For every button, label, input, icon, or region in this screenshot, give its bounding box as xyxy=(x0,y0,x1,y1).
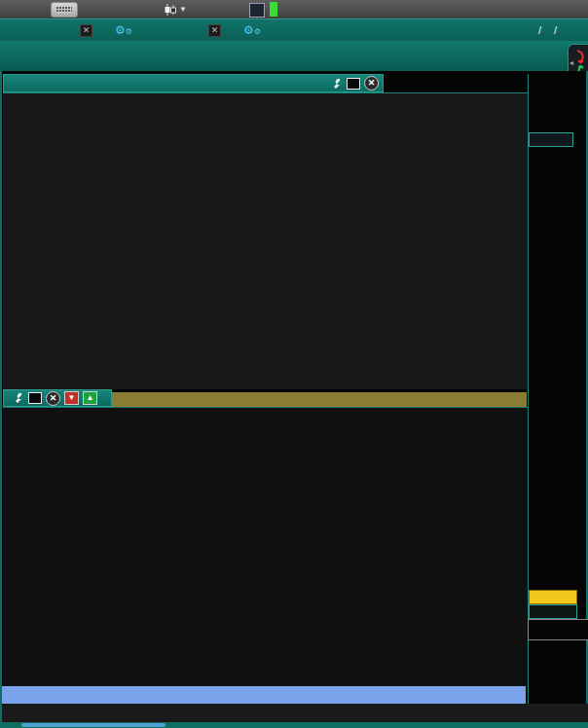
equity-cursor-badge xyxy=(529,132,573,147)
live-price-badge xyxy=(270,2,277,17)
info-icon[interactable] xyxy=(249,3,265,18)
orders-settings-icon[interactable]: ⚙⚙ xyxy=(115,23,132,37)
sell-arrow-icon[interactable]: ▼ xyxy=(64,391,79,405)
price-chart-plot[interactable] xyxy=(3,407,528,687)
bid-price-badge xyxy=(529,590,577,604)
sep: / xyxy=(538,24,541,36)
title-bar: ▼ xyxy=(0,0,588,18)
display-mode-icon[interactable] xyxy=(347,78,360,90)
year-range-text xyxy=(112,393,120,405)
change-percent-badge xyxy=(529,604,577,619)
price-pane-header[interactable]: ✕ ▼ ▲ xyxy=(3,389,112,407)
display-mode-icon[interactable] xyxy=(28,392,42,404)
candlestick-icon[interactable] xyxy=(164,3,177,17)
chevron-down-icon[interactable]: ▼ xyxy=(179,0,187,18)
last-price-badge xyxy=(528,619,588,640)
year-range-bar xyxy=(112,392,527,407)
position-settings-icon[interactable]: ⚙⚙ xyxy=(243,23,261,37)
equity-chart-canvas xyxy=(3,93,528,389)
wrench-icon[interactable] xyxy=(12,392,24,404)
close-pane-icon[interactable]: ✕ xyxy=(46,391,60,406)
cancel-orders-icon[interactable]: ✕ xyxy=(80,24,92,37)
close-pane-icon[interactable]: ✕ xyxy=(364,76,379,91)
equity-chart-plot[interactable] xyxy=(3,92,528,389)
account-status-bar: ✕ ⚙⚙ ✕ ⚙⚙ / / xyxy=(0,18,588,42)
keyboard-keys xyxy=(55,6,72,13)
sep: / xyxy=(554,24,557,36)
chevron-left-icon: ◂ xyxy=(570,58,573,67)
equity-pane-header[interactable]: ✕ xyxy=(3,74,384,92)
time-scrollbar[interactable] xyxy=(2,686,526,704)
x-axis xyxy=(2,704,588,722)
close-position-icon[interactable]: ✕ xyxy=(208,24,221,37)
order-controls-bar: ▲ ▼ ▼ ▼ ▼ xyxy=(0,41,588,71)
bottom-scroll-thumb[interactable] xyxy=(21,723,165,727)
buy-arrow-icon[interactable]: ▲ xyxy=(83,391,97,405)
chart-region: ✕ ✕ ▼ ▲ xyxy=(0,71,588,722)
price-chart-canvas xyxy=(3,408,528,687)
wrench-icon[interactable] xyxy=(330,78,343,90)
keyboard-icon[interactable] xyxy=(51,2,78,18)
trading-window: ▼ ✕ ⚙⚙ ✕ ⚙⚙ / / ▲ ▼ xyxy=(0,0,588,728)
